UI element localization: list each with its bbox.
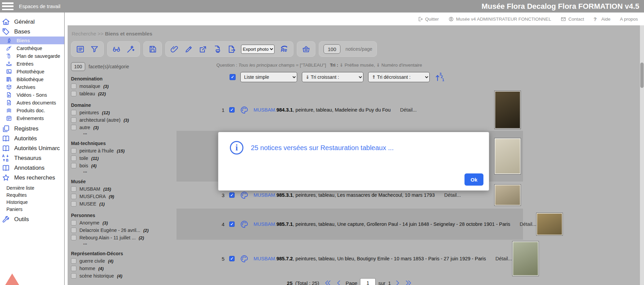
sidebar-item-bibliotheque[interactable]: Bibliothèque <box>0 75 64 83</box>
next-page-button[interactable] <box>393 279 402 285</box>
facet-checkbox[interactable] <box>71 186 76 192</box>
result-detail-link[interactable]: Détail... <box>520 221 536 227</box>
result-record-link[interactable]: MUSBAM.985.7.1 <box>254 221 293 227</box>
sidebar-item-paniers[interactable]: Paniers <box>0 206 64 213</box>
result-inventory-number[interactable]: 984.3.1 <box>277 107 293 113</box>
sidebar-item-autorites-unimarc[interactable]: Autorités Unimarc <box>0 143 64 153</box>
sidebar-item-mes-recherches[interactable]: Mes recherches <box>0 173 64 183</box>
sidebar-item-registres[interactable]: Registres <box>0 124 64 134</box>
facet-checkbox[interactable] <box>71 258 76 264</box>
first-page-button[interactable] <box>324 279 332 285</box>
previous-page-button[interactable] <box>335 279 343 285</box>
result-record-link[interactable]: MUSBAM.985.7.2 <box>254 256 293 261</box>
result-thumbnail[interactable] <box>494 91 521 129</box>
facet-checkbox[interactable] <box>71 220 76 225</box>
header-link-quitter[interactable]: Quitter <box>418 16 439 22</box>
sort-321-icon[interactable]: 321 <box>434 72 445 82</box>
facet-more-link[interactable]: ... <box>71 131 172 136</box>
display-mode-select[interactable]: Liste simple <box>240 72 297 82</box>
result-thumbnail[interactable] <box>512 241 539 276</box>
facet-checkbox[interactable] <box>71 110 76 115</box>
sidebar-item-carotheque[interactable]: Carothèque <box>0 44 64 52</box>
page-number-input[interactable] <box>360 278 376 285</box>
result-inventory-number[interactable]: 985.3.1 <box>277 192 293 198</box>
facet-checkbox[interactable] <box>71 273 76 279</box>
result-detail-link[interactable]: Détail... <box>400 107 416 113</box>
sidebar-item-bases[interactable]: Bases <box>0 27 64 37</box>
ok-button[interactable]: Ok <box>464 173 483 186</box>
sidebar-item-produits-doc[interactable]: Produits doc. <box>0 106 64 114</box>
header-link-aide[interactable]: ?Aide <box>594 16 611 22</box>
result-record-link[interactable]: MUSBAM.985.3.1 <box>254 192 293 198</box>
sidebar-item-derniere-liste[interactable]: Dernière liste <box>0 184 64 191</box>
facet-checkbox[interactable] <box>71 125 76 130</box>
sidebar-item-autorites[interactable]: Autorités <box>0 134 64 143</box>
list-view-button[interactable] <box>76 45 85 54</box>
facet-checkbox[interactable] <box>71 235 76 240</box>
result-thumbnail[interactable] <box>536 213 563 236</box>
result-detail-link[interactable]: Détail... <box>444 192 461 198</box>
result-thumbnail[interactable] <box>494 138 521 174</box>
sort-ascending-select[interactable]: ⇓ Tri croissant : <box>302 72 363 82</box>
result-inventory-number[interactable]: 985.7.1 <box>277 221 293 227</box>
result-row-checkbox[interactable]: ✓ <box>229 221 235 227</box>
facet-more-link[interactable]: ... <box>71 241 172 246</box>
edit-button[interactable] <box>184 45 193 54</box>
result-row-checkbox[interactable]: ✓ <box>229 256 235 261</box>
header-link-contact[interactable]: Contact <box>560 16 584 22</box>
view-button[interactable] <box>112 45 121 54</box>
notices-per-page-input[interactable] <box>324 44 340 54</box>
wand-button[interactable] <box>126 45 135 54</box>
result-row-checkbox[interactable]: ✓ <box>229 192 235 198</box>
facet-checkbox[interactable] <box>71 91 76 96</box>
result-detail-link[interactable]: Détail... <box>496 256 512 261</box>
sidebar-item-autres-documents[interactable]: Autres documents <box>0 99 64 106</box>
facet-checkbox[interactable] <box>71 194 76 199</box>
result-inventory-number[interactable]: 985.7.2 <box>277 256 293 261</box>
facet-checkbox[interactable] <box>71 84 76 89</box>
basket-button[interactable] <box>302 45 311 54</box>
facet-checkbox[interactable] <box>71 148 76 153</box>
header-link-a-propos[interactable]: A propos <box>620 17 638 22</box>
facet-checkbox[interactable] <box>71 163 76 168</box>
facet-more-link[interactable]: ... <box>71 169 172 174</box>
facet-checkbox[interactable] <box>71 156 76 161</box>
facet-checkbox[interactable] <box>71 228 76 233</box>
export-notice-button[interactable] <box>227 45 236 54</box>
registers-icon <box>2 124 10 133</box>
sidebar-item-outils[interactable]: Outils <box>0 214 64 224</box>
print-notice-button[interactable] <box>213 45 222 54</box>
sidebar-item-thesaurus[interactable]: ABThesaurus <box>0 153 64 163</box>
select-all-checkbox[interactable]: ✓ <box>230 74 236 80</box>
result-thumbnail[interactable] <box>494 184 521 206</box>
sidebar-item-historique[interactable]: Historique <box>0 198 64 206</box>
sidebar-item-archives[interactable]: Archives <box>0 83 64 91</box>
sidebar-item-general[interactable]: Général <box>0 17 64 27</box>
sort-descending-select[interactable]: ⇑ Tri décroissant : <box>368 72 430 82</box>
open-external-button[interactable] <box>198 45 208 54</box>
vertical-scrollbar-thumb[interactable] <box>640 63 644 88</box>
sidebar-item-evenements[interactable]: Evènements <box>0 114 64 122</box>
attach-button[interactable] <box>170 45 179 54</box>
re-export-button[interactable]: Re <box>280 45 289 54</box>
sidebar-item-phototheque[interactable]: Photothèque <box>0 68 64 75</box>
hamburger-menu-icon[interactable] <box>2 2 14 10</box>
facet-count-input[interactable] <box>71 62 85 71</box>
sidebar-item-videos-sons[interactable]: Vidéos - Sons <box>0 91 64 99</box>
export-photo-select[interactable]: Export photo <box>241 45 275 54</box>
sidebar-item-biens[interactable]: Biens <box>0 37 64 44</box>
filter-button[interactable] <box>90 45 99 54</box>
sidebar-item-requetes[interactable]: Requêtes <box>0 191 64 198</box>
last-page-button[interactable] <box>404 279 412 285</box>
facet-checkbox[interactable] <box>71 266 76 271</box>
facet-checkbox[interactable] <box>71 117 76 123</box>
facet-checkbox[interactable] <box>71 201 76 207</box>
sidebar-item-annotations[interactable]: Annotations <box>0 163 64 173</box>
result-record-link[interactable]: MUSBAM.984.3.1 <box>254 107 293 113</box>
sidebar-item-entrees[interactable]: Entrées <box>0 60 64 68</box>
vertical-scrollbar-track[interactable] <box>640 25 644 285</box>
result-row-checkbox[interactable]: ✓ <box>229 107 235 113</box>
save-button[interactable] <box>148 45 157 54</box>
sidebar-item-plan-de-sauvegarde[interactable]: Plan de sauvegarde <box>0 52 64 60</box>
header-link-user[interactable]: Musée v4 ADMINISTRATEUR FONCTIONNEL <box>448 16 551 22</box>
